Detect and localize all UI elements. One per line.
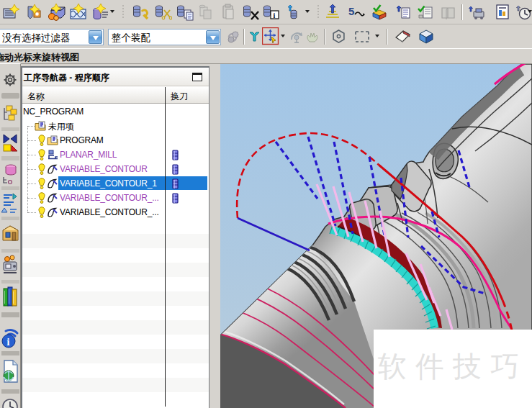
- svg-text:i: i: [274, 12, 276, 19]
- svg-text:i: i: [7, 337, 10, 348]
- svg-text:软件技巧: 软件技巧: [378, 350, 528, 382]
- svg-text:5: 5: [348, 5, 354, 17]
